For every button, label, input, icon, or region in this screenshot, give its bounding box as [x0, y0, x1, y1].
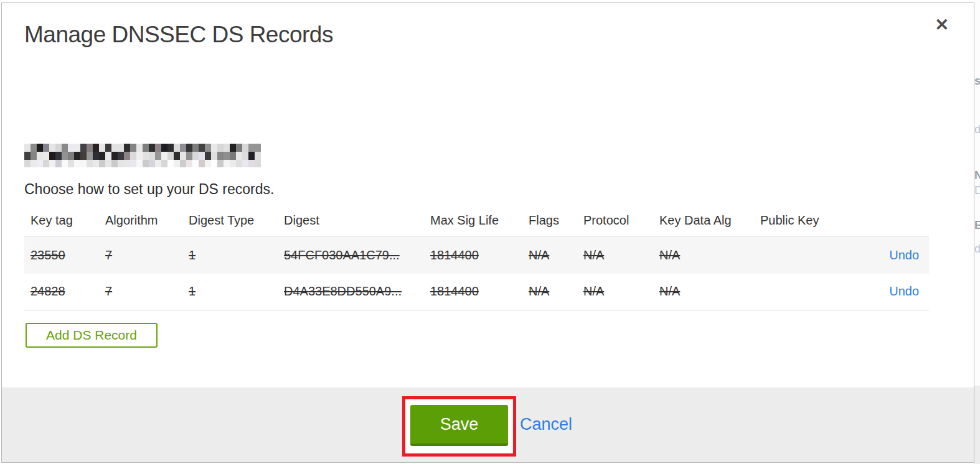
cell-key-tag: 24828: [24, 274, 99, 310]
cell-algorithm: 7: [99, 237, 182, 274]
edge-text-fragment: d: [974, 123, 980, 136]
background-page-footer: [974, 386, 980, 464]
subtitle-text: Choose how to set up your DS records.: [24, 181, 274, 198]
col-header-protocol: Protocol: [577, 207, 653, 237]
cell-digest-type: 1: [182, 237, 278, 274]
cell-public-key: [754, 274, 847, 310]
col-header-algorithm: Algorithm: [99, 207, 182, 237]
cancel-link[interactable]: Cancel: [520, 415, 572, 434]
col-header-digest-type: Digest Type: [182, 207, 278, 237]
cell-digest: 54FCF030AA1C79...: [278, 237, 424, 274]
save-button[interactable]: Save: [410, 405, 508, 446]
cell-key-data-alg: N/A: [653, 237, 754, 274]
cell-digest: D4A33E8DD550A9...: [278, 274, 424, 310]
col-header-flags: Flags: [522, 207, 577, 237]
dnssec-modal: Manage DNSSEC DS Records ✕ Choose how to…: [1, 2, 974, 463]
edge-text-fragment: s: [974, 75, 980, 88]
edge-text-fragment: D: [974, 184, 980, 197]
undo-link[interactable]: Undo: [889, 284, 919, 298]
table-row: 23550 7 1 54FCF030AA1C79... 1814400 N/A …: [24, 237, 929, 274]
cell-key-data-alg: N/A: [653, 274, 754, 310]
page-title: Manage DNSSEC DS Records: [24, 22, 333, 48]
cell-protocol: N/A: [577, 274, 653, 310]
col-header-key-tag: Key tag: [24, 207, 99, 237]
cell-max-sig-life: 1814400: [424, 237, 522, 274]
annotation-highlight-box: Save: [402, 396, 516, 457]
edge-text-fragment: N: [974, 169, 980, 182]
add-ds-record-button[interactable]: Add DS Record: [26, 323, 158, 348]
col-header-max-sig-life: Max Sig Life: [424, 207, 522, 237]
cell-flags: N/A: [522, 274, 577, 310]
close-icon[interactable]: ✕: [935, 17, 949, 34]
cell-protocol: N/A: [577, 237, 653, 274]
undo-link[interactable]: Undo: [889, 248, 919, 262]
redacted-domain-name: [24, 144, 262, 167]
edge-text-fragment: E: [974, 219, 980, 232]
background-page-edge: s d N D E d: [974, 0, 980, 464]
cell-digest-type: 1: [182, 274, 278, 310]
screen: s d N D E d Manage DNSSEC DS Records ✕ C…: [0, 0, 980, 464]
cell-key-tag: 23550: [24, 237, 99, 274]
table-header-row: Key tag Algorithm Digest Type Digest Max…: [24, 207, 929, 237]
cell-max-sig-life: 1814400: [424, 274, 522, 310]
cell-flags: N/A: [522, 237, 577, 274]
col-header-key-data-alg: Key Data Alg: [653, 207, 754, 237]
cell-algorithm: 7: [99, 274, 182, 310]
modal-footer: Save Cancel: [2, 387, 974, 462]
col-header-actions: [847, 207, 929, 237]
cell-public-key: [754, 237, 847, 274]
edge-text-fragment: d: [974, 243, 980, 256]
col-header-public-key: Public Key: [754, 207, 847, 237]
col-header-digest: Digest: [278, 207, 424, 237]
table-row: 24828 7 1 D4A33E8DD550A9... 1814400 N/A …: [24, 274, 929, 310]
ds-records-table: Key tag Algorithm Digest Type Digest Max…: [24, 207, 929, 310]
